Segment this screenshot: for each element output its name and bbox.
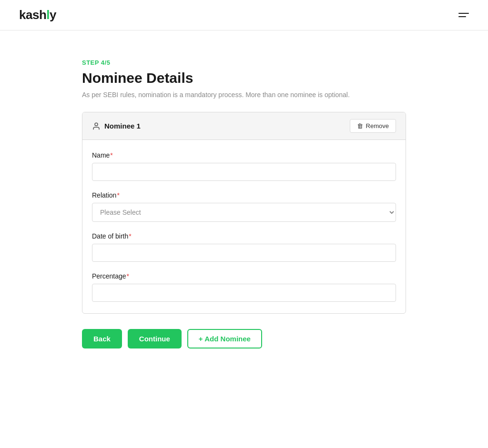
- nominee-card-header: Nominee 1 🗑 Remove: [82, 112, 406, 140]
- name-label: Name*: [92, 151, 396, 159]
- add-nominee-button[interactable]: + Add Nominee: [187, 329, 262, 348]
- name-group: Name*: [92, 151, 396, 181]
- relation-label: Relation*: [92, 191, 396, 199]
- nominee-form: Name* Relation* Please Select Father Mot…: [82, 140, 406, 313]
- dob-input[interactable]: [92, 244, 396, 262]
- main-content: STEP 4/5 Nominee Details As per SEBI rul…: [63, 30, 425, 377]
- dob-label: Date of birth*: [92, 232, 396, 240]
- logo: kashly: [19, 8, 56, 22]
- nominee-card: Nominee 1 🗑 Remove Name* Relation*: [82, 112, 406, 314]
- menu-line-1: [458, 13, 469, 14]
- header: kashly: [0, 0, 488, 30]
- relation-required-star: *: [117, 191, 119, 199]
- continue-button[interactable]: Continue: [128, 329, 182, 348]
- dob-required-star: *: [129, 232, 131, 240]
- relation-select[interactable]: Please Select Father Mother Spouse Son D…: [92, 203, 396, 222]
- percentage-input[interactable]: [92, 284, 396, 302]
- remove-button-label: Remove: [366, 122, 389, 129]
- percentage-group: Percentage*: [92, 272, 396, 302]
- percentage-label: Percentage*: [92, 272, 396, 280]
- page-title: Nominee Details: [82, 70, 406, 86]
- logo-highlight: l: [46, 8, 50, 22]
- step-label: STEP 4/5: [82, 59, 406, 66]
- nominee-number-label: Nominee 1: [104, 122, 141, 130]
- action-buttons: Back Continue + Add Nominee: [82, 329, 406, 348]
- trash-icon: 🗑: [357, 122, 363, 129]
- menu-line-2: [458, 16, 466, 17]
- dob-group: Date of birth*: [92, 232, 396, 262]
- nominee-title: Nominee 1: [92, 122, 141, 130]
- person-icon: [92, 122, 101, 130]
- back-button[interactable]: Back: [82, 329, 122, 348]
- name-input[interactable]: [92, 163, 396, 181]
- menu-icon[interactable]: [458, 13, 469, 17]
- remove-button[interactable]: 🗑 Remove: [350, 119, 396, 133]
- page-description: As per SEBI rules, nomination is a manda…: [82, 91, 406, 99]
- svg-point-0: [95, 123, 98, 126]
- percentage-required-star: *: [127, 272, 129, 280]
- name-required-star: *: [110, 151, 112, 159]
- relation-group: Relation* Please Select Father Mother Sp…: [92, 191, 396, 222]
